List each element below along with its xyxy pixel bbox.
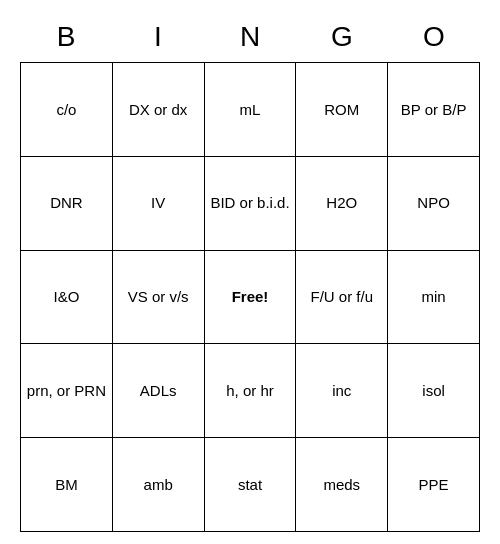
cell-3-4[interactable]: isol bbox=[388, 344, 480, 438]
cell-3-3[interactable]: inc bbox=[296, 344, 388, 438]
cell-4-3[interactable]: meds bbox=[296, 438, 388, 532]
header-o: O bbox=[388, 12, 480, 62]
cell-1-4[interactable]: NPO bbox=[388, 157, 480, 251]
header-n: N bbox=[204, 12, 296, 62]
cell-4-0[interactable]: BM bbox=[21, 438, 113, 532]
bingo-grid: c/o DX or dx mL ROM BP or B/P DNR IV BID… bbox=[20, 62, 480, 532]
cell-0-3[interactable]: ROM bbox=[296, 63, 388, 157]
cell-0-1[interactable]: DX or dx bbox=[113, 63, 205, 157]
cell-2-1[interactable]: VS or v/s bbox=[113, 251, 205, 345]
cell-4-4[interactable]: PPE bbox=[388, 438, 480, 532]
cell-0-2[interactable]: mL bbox=[205, 63, 297, 157]
cell-4-1[interactable]: amb bbox=[113, 438, 205, 532]
cell-1-2[interactable]: BID or b.i.d. bbox=[205, 157, 297, 251]
bingo-card: B I N G O c/o DX or dx mL ROM BP or B/P … bbox=[20, 12, 480, 532]
cell-2-2-free[interactable]: Free! bbox=[205, 251, 297, 345]
cell-0-0[interactable]: c/o bbox=[21, 63, 113, 157]
cell-3-2[interactable]: h, or hr bbox=[205, 344, 297, 438]
cell-3-1[interactable]: ADLs bbox=[113, 344, 205, 438]
header-g: G bbox=[296, 12, 388, 62]
cell-1-3[interactable]: H2O bbox=[296, 157, 388, 251]
cell-2-3[interactable]: F/U or f/u bbox=[296, 251, 388, 345]
cell-4-2[interactable]: stat bbox=[205, 438, 297, 532]
cell-2-0[interactable]: I&O bbox=[21, 251, 113, 345]
header-i: I bbox=[112, 12, 204, 62]
cell-1-1[interactable]: IV bbox=[113, 157, 205, 251]
cell-2-4[interactable]: min bbox=[388, 251, 480, 345]
cell-3-0[interactable]: prn, or PRN bbox=[21, 344, 113, 438]
bingo-header: B I N G O bbox=[20, 12, 480, 62]
cell-0-4[interactable]: BP or B/P bbox=[388, 63, 480, 157]
cell-1-0[interactable]: DNR bbox=[21, 157, 113, 251]
header-b: B bbox=[20, 12, 112, 62]
